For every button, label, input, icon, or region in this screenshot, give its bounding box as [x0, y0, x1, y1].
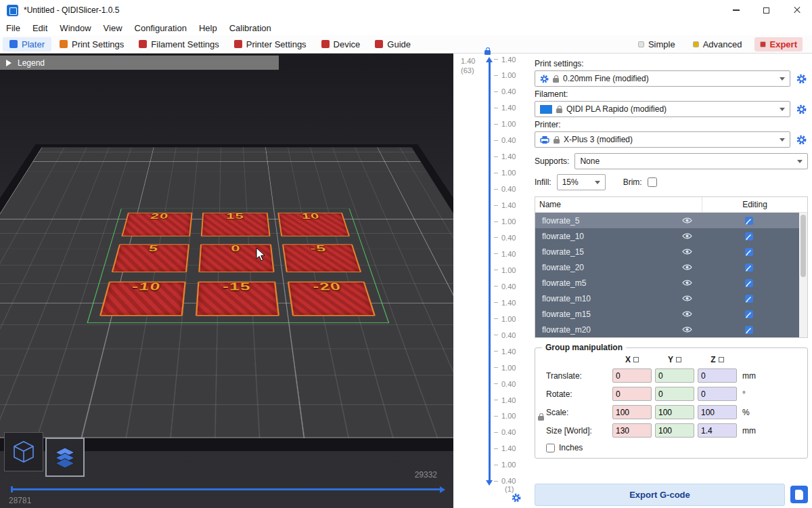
- brim-label: Brim:: [623, 177, 642, 187]
- mode-item[interactable]: Advanced: [687, 37, 748, 51]
- gcode-move-slider[interactable]: [11, 488, 440, 490]
- tab-item[interactable]: Printer Settings: [227, 37, 313, 51]
- axis-reset-icon[interactable]: [676, 357, 681, 362]
- 3d-viewport[interactable]: 20 15 10 5 0: [0, 54, 453, 508]
- tick-dash: [494, 173, 498, 173]
- flowrate-object[interactable]: 15: [201, 213, 270, 236]
- tick-dash: [494, 448, 498, 449]
- x-value-input[interactable]: [612, 368, 652, 383]
- flowrate-object[interactable]: 10: [277, 213, 350, 236]
- slider-settings-gear-icon[interactable]: [512, 493, 521, 504]
- menu-item[interactable]: Edit: [26, 23, 53, 33]
- editing-icon[interactable]: [699, 216, 799, 226]
- editing-icon[interactable]: [699, 325, 799, 335]
- layer-slider-track[interactable]: [489, 62, 491, 481]
- tab-item[interactable]: Plater: [3, 37, 51, 51]
- print-settings-combo[interactable]: 0.20mm Fine (modified): [535, 70, 790, 87]
- eye-visibility-icon[interactable]: [675, 326, 699, 333]
- tab-item[interactable]: Filament Settings: [132, 37, 225, 51]
- menu-item[interactable]: Calibration: [223, 23, 277, 33]
- unit-label: %: [742, 408, 759, 417]
- object-row[interactable]: flowrate_m20: [535, 322, 799, 337]
- object-row[interactable]: flowrate_m10: [535, 291, 799, 306]
- minimize-button[interactable]: [721, 0, 751, 20]
- editing-icon[interactable]: [699, 247, 799, 257]
- editing-icon[interactable]: [699, 232, 799, 241]
- y-value-input[interactable]: [655, 405, 694, 419]
- slider-lock-icon[interactable]: [484, 50, 491, 55]
- eye-visibility-icon[interactable]: [675, 263, 699, 271]
- z-value-input[interactable]: [698, 368, 737, 383]
- z-value-input[interactable]: [698, 387, 737, 401]
- object-row[interactable]: flowrate_15: [535, 244, 799, 259]
- object-list-scrollbar[interactable]: [799, 213, 807, 337]
- x-value-input[interactable]: [612, 405, 652, 419]
- flowrate-object[interactable]: -10: [99, 282, 186, 316]
- menu-item[interactable]: View: [97, 23, 129, 33]
- object-row[interactable]: flowrate_m15: [535, 306, 799, 322]
- slider-down-arrow-icon[interactable]: [486, 480, 493, 486]
- print-settings-gear-button[interactable]: [794, 74, 808, 84]
- printer-combo[interactable]: X-Plus 3 (modified): [535, 131, 790, 148]
- eye-visibility-icon[interactable]: [675, 248, 699, 255]
- export-gcode-button[interactable]: Export G-code: [535, 484, 785, 506]
- tab-item[interactable]: Print Settings: [53, 37, 131, 51]
- y-value-input[interactable]: [655, 368, 694, 383]
- eye-visibility-icon[interactable]: [675, 310, 699, 318]
- menu-item[interactable]: Help: [193, 23, 223, 33]
- tab-item[interactable]: Guide: [368, 37, 418, 51]
- y-value-input[interactable]: [655, 423, 694, 438]
- eye-visibility-icon[interactable]: [675, 295, 699, 302]
- mode-label: Expert: [770, 39, 797, 49]
- filament-gear-button[interactable]: [794, 104, 808, 114]
- editing-icon[interactable]: [699, 294, 799, 303]
- filament-combo[interactable]: QIDI PLA Rapido (modified): [535, 101, 790, 117]
- slider-up-arrow-icon[interactable]: [486, 57, 493, 62]
- flowrate-object[interactable]: -20: [287, 282, 376, 316]
- flowrate-object[interactable]: -5: [282, 244, 362, 272]
- 3d-editor-view-button[interactable]: [4, 432, 43, 471]
- printer-gear-button[interactable]: [794, 135, 808, 145]
- y-value-input[interactable]: [655, 387, 694, 401]
- scrollbar-thumb[interactable]: [800, 215, 806, 277]
- x-value-input[interactable]: [612, 387, 652, 401]
- axis-header: Z: [698, 355, 737, 364]
- object-row[interactable]: flowrate_10: [535, 228, 799, 244]
- flowrate-object[interactable]: 5: [112, 244, 190, 272]
- export-device-icon[interactable]: [790, 486, 808, 503]
- menu-item[interactable]: Window: [53, 23, 97, 33]
- menu-item[interactable]: File: [0, 23, 26, 33]
- eye-visibility-icon[interactable]: [675, 279, 699, 287]
- advanced-mode-icon: [693, 41, 699, 47]
- object-row[interactable]: flowrate_20: [535, 259, 799, 275]
- eye-visibility-icon[interactable]: [675, 217, 699, 224]
- x-value-input[interactable]: [612, 423, 652, 438]
- mode-item[interactable]: Simple: [633, 37, 681, 51]
- infill-combo[interactable]: 15%: [557, 174, 606, 190]
- tab-item[interactable]: Device: [315, 37, 367, 51]
- object-row[interactable]: flowrate_m5: [535, 275, 799, 291]
- mode-item[interactable]: Expert: [754, 37, 803, 51]
- editing-icon[interactable]: [699, 310, 799, 319]
- mode-switcher: Simple Advanced Expert: [633, 37, 809, 51]
- inches-checkbox[interactable]: [546, 444, 555, 452]
- maximize-button[interactable]: [751, 0, 782, 20]
- legend-collapsed-bar[interactable]: Legend: [0, 56, 279, 70]
- infill-value: 15%: [562, 177, 579, 187]
- brim-checkbox[interactable]: [648, 177, 657, 187]
- z-value-input[interactable]: [698, 423, 737, 438]
- eye-visibility-icon[interactable]: [675, 232, 699, 240]
- flowrate-object[interactable]: -15: [196, 282, 279, 316]
- uniform-scale-lock-icon[interactable]: [538, 416, 544, 421]
- axis-reset-icon[interactable]: [633, 357, 639, 362]
- editing-icon[interactable]: [699, 263, 799, 272]
- preview-sliced-view-button[interactable]: [45, 438, 85, 477]
- axis-reset-icon[interactable]: [719, 357, 724, 362]
- close-button[interactable]: [782, 0, 812, 20]
- editing-icon[interactable]: [699, 278, 799, 288]
- object-row[interactable]: flowrate_5: [535, 213, 799, 228]
- flowrate-object[interactable]: 20: [121, 213, 192, 236]
- menu-item[interactable]: Configuration: [129, 23, 193, 33]
- z-value-input[interactable]: [698, 405, 737, 419]
- supports-combo[interactable]: None: [574, 153, 808, 169]
